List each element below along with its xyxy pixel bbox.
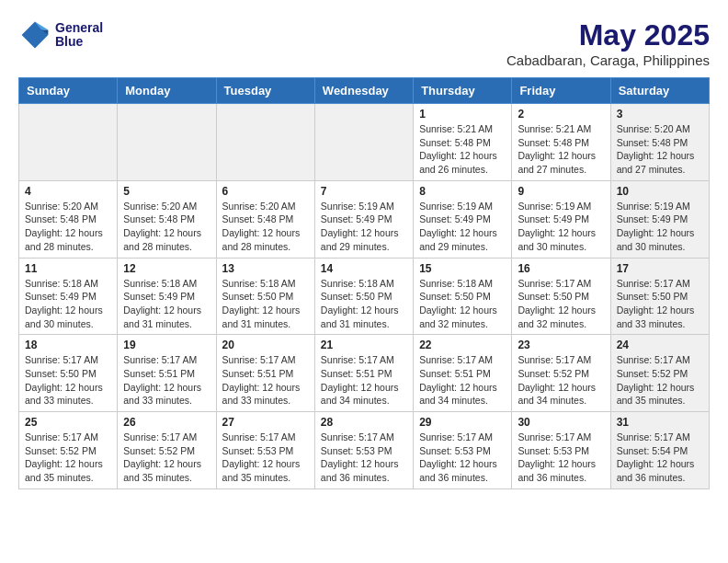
cell-info: Sunrise: 5:18 AM Sunset: 5:49 PM Dayligh… [123,277,210,331]
day-number: 5 [123,185,210,198]
location: Cabadbaran, Caraga, Philippines [506,52,710,68]
cell-info: Sunrise: 5:17 AM Sunset: 5:52 PM Dayligh… [617,353,703,408]
cell-info: Sunrise: 5:18 AM Sunset: 5:49 PM Dayligh… [25,277,111,331]
calendar-cell: 10Sunrise: 5:19 AM Sunset: 5:49 PM Dayli… [610,180,709,258]
day-number: 20 [222,339,309,351]
cell-info: Sunrise: 5:17 AM Sunset: 5:51 PM Dayligh… [123,353,210,408]
calendar-header-row: SundayMondayTuesdayWednesdayThursdayFrid… [19,78,710,104]
title-block: May 2025 Cabadbaran, Caraga, Philippines [506,18,710,68]
calendar-week-3: 11Sunrise: 5:18 AM Sunset: 5:49 PM Dayli… [19,258,710,335]
month-year: May 2025 [506,18,710,52]
day-number: 23 [518,339,604,351]
day-number: 28 [321,416,407,429]
calendar-cell: 11Sunrise: 5:18 AM Sunset: 5:49 PM Dayli… [19,258,118,335]
day-number: 21 [321,339,407,351]
day-number: 9 [518,185,604,198]
day-number: 18 [25,339,111,351]
day-header-sunday: Sunday [19,78,118,104]
calendar-cell: 24Sunrise: 5:17 AM Sunset: 5:52 PM Dayli… [610,335,709,412]
cell-info: Sunrise: 5:17 AM Sunset: 5:51 PM Dayligh… [419,353,506,408]
day-number: 1 [419,108,506,121]
day-header-tuesday: Tuesday [216,78,314,104]
calendar-week-2: 4Sunrise: 5:20 AM Sunset: 5:48 PM Daylig… [19,180,710,258]
calendar-week-4: 18Sunrise: 5:17 AM Sunset: 5:50 PM Dayli… [19,335,710,412]
cell-info: Sunrise: 5:19 AM Sunset: 5:49 PM Dayligh… [518,200,604,254]
page-header: General Blue May 2025 Cabadbaran, Caraga… [18,18,710,68]
calendar-cell: 17Sunrise: 5:17 AM Sunset: 5:50 PM Dayli… [610,258,709,335]
day-number: 30 [518,416,604,429]
calendar-cell [216,104,314,181]
cell-info: Sunrise: 5:17 AM Sunset: 5:53 PM Dayligh… [419,431,506,485]
day-number: 22 [419,339,506,351]
calendar-cell: 30Sunrise: 5:17 AM Sunset: 5:53 PM Dayli… [512,412,610,489]
day-number: 24 [617,339,703,351]
cell-info: Sunrise: 5:17 AM Sunset: 5:52 PM Dayligh… [25,431,111,485]
calendar-cell: 15Sunrise: 5:18 AM Sunset: 5:50 PM Dayli… [414,258,512,335]
cell-info: Sunrise: 5:20 AM Sunset: 5:48 PM Dayligh… [25,200,111,254]
cell-info: Sunrise: 5:17 AM Sunset: 5:53 PM Dayligh… [321,431,407,485]
calendar-cell: 13Sunrise: 5:18 AM Sunset: 5:50 PM Dayli… [216,258,314,335]
calendar-cell: 25Sunrise: 5:17 AM Sunset: 5:52 PM Dayli… [19,412,118,489]
calendar-week-5: 25Sunrise: 5:17 AM Sunset: 5:52 PM Dayli… [19,412,710,489]
calendar-cell: 27Sunrise: 5:17 AM Sunset: 5:53 PM Dayli… [216,412,314,489]
calendar-cell [118,104,216,181]
calendar-cell: 1Sunrise: 5:21 AM Sunset: 5:48 PM Daylig… [414,104,512,181]
calendar-cell: 19Sunrise: 5:17 AM Sunset: 5:51 PM Dayli… [118,335,216,412]
cell-info: Sunrise: 5:17 AM Sunset: 5:51 PM Dayligh… [321,353,407,408]
calendar-cell: 18Sunrise: 5:17 AM Sunset: 5:50 PM Dayli… [19,335,118,412]
cell-info: Sunrise: 5:17 AM Sunset: 5:52 PM Dayligh… [518,353,604,408]
day-number: 8 [419,185,506,198]
cell-info: Sunrise: 5:20 AM Sunset: 5:48 PM Dayligh… [617,122,703,177]
calendar-cell: 2Sunrise: 5:21 AM Sunset: 5:48 PM Daylig… [512,104,610,181]
calendar-cell [314,104,413,181]
calendar-cell: 23Sunrise: 5:17 AM Sunset: 5:52 PM Dayli… [512,335,610,412]
cell-info: Sunrise: 5:17 AM Sunset: 5:51 PM Dayligh… [222,353,309,408]
calendar-cell: 26Sunrise: 5:17 AM Sunset: 5:52 PM Dayli… [118,412,216,489]
calendar-cell [19,104,118,181]
logo-line1: General [55,21,103,35]
cell-info: Sunrise: 5:20 AM Sunset: 5:48 PM Dayligh… [222,200,309,254]
cell-info: Sunrise: 5:17 AM Sunset: 5:50 PM Dayligh… [518,277,604,331]
day-number: 10 [617,185,703,198]
svg-marker-0 [22,22,49,49]
cell-info: Sunrise: 5:19 AM Sunset: 5:49 PM Dayligh… [617,200,703,254]
cell-info: Sunrise: 5:19 AM Sunset: 5:49 PM Dayligh… [419,200,506,254]
calendar-cell: 9Sunrise: 5:19 AM Sunset: 5:49 PM Daylig… [512,180,610,258]
calendar-cell: 22Sunrise: 5:17 AM Sunset: 5:51 PM Dayli… [414,335,512,412]
cell-info: Sunrise: 5:17 AM Sunset: 5:53 PM Dayligh… [222,431,309,485]
day-number: 15 [419,262,506,275]
day-number: 11 [25,262,111,275]
day-header-thursday: Thursday [414,78,512,104]
day-header-wednesday: Wednesday [314,78,413,104]
day-number: 12 [123,262,210,275]
cell-info: Sunrise: 5:17 AM Sunset: 5:50 PM Dayligh… [617,277,703,331]
calendar-cell: 7Sunrise: 5:19 AM Sunset: 5:49 PM Daylig… [314,180,413,258]
logo-text: General Blue [55,21,103,50]
logo: General Blue [18,18,103,52]
day-number: 26 [123,416,210,429]
cell-info: Sunrise: 5:17 AM Sunset: 5:53 PM Dayligh… [518,431,604,485]
day-number: 6 [222,185,309,198]
cell-info: Sunrise: 5:21 AM Sunset: 5:48 PM Dayligh… [518,122,604,177]
calendar-cell: 14Sunrise: 5:18 AM Sunset: 5:50 PM Dayli… [314,258,413,335]
calendar-cell: 6Sunrise: 5:20 AM Sunset: 5:48 PM Daylig… [216,180,314,258]
day-number: 29 [419,416,506,429]
calendar-cell: 12Sunrise: 5:18 AM Sunset: 5:49 PM Dayli… [118,258,216,335]
day-number: 2 [518,108,604,121]
day-number: 17 [617,262,703,275]
cell-info: Sunrise: 5:21 AM Sunset: 5:48 PM Dayligh… [419,122,506,177]
day-number: 3 [617,108,703,121]
calendar-cell: 5Sunrise: 5:20 AM Sunset: 5:48 PM Daylig… [118,180,216,258]
cell-info: Sunrise: 5:17 AM Sunset: 5:54 PM Dayligh… [617,431,703,485]
day-number: 31 [617,416,703,429]
day-number: 25 [25,416,111,429]
calendar-week-1: 1Sunrise: 5:21 AM Sunset: 5:48 PM Daylig… [19,104,710,181]
day-header-friday: Friday [512,78,610,104]
calendar-cell: 28Sunrise: 5:17 AM Sunset: 5:53 PM Dayli… [314,412,413,489]
calendar-cell: 3Sunrise: 5:20 AM Sunset: 5:48 PM Daylig… [610,104,709,181]
calendar-cell: 31Sunrise: 5:17 AM Sunset: 5:54 PM Dayli… [610,412,709,489]
calendar-cell: 4Sunrise: 5:20 AM Sunset: 5:48 PM Daylig… [19,180,118,258]
day-number: 7 [321,185,407,198]
day-number: 16 [518,262,604,275]
day-header-saturday: Saturday [610,78,709,104]
